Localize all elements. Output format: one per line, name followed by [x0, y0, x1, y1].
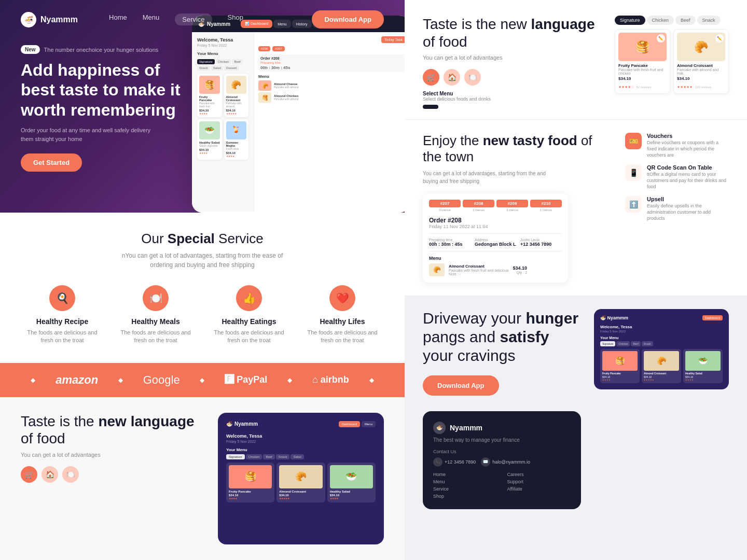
- bottom-filter-salad[interactable]: Salad: [290, 454, 303, 459]
- service-card-meals: 🍽️ Healthy Meals The foods are delicious…: [114, 285, 197, 345]
- qr-desc: ttOffer a digital menu card to your cust…: [647, 172, 729, 190]
- driveway-filter-signature[interactable]: Signature: [600, 341, 615, 346]
- food-tab-chicken[interactable]: Chicken: [647, 16, 674, 25]
- download-app-button[interactable]: Download App: [312, 10, 384, 29]
- bottom-subtitle: You can get a lot of advantages: [21, 452, 202, 458]
- tracker-food-img-1: 🥐: [429, 263, 445, 276]
- bottom-filter-snack[interactable]: Snack: [276, 454, 290, 459]
- qr-info: QR Code Scan On Table ttOffer a digital …: [647, 164, 729, 190]
- meals-name: Healthy Meals: [131, 317, 179, 326]
- nav-service[interactable]: Service: [175, 13, 212, 25]
- bottom-icons: 🛒 🏠 🍽️: [21, 466, 202, 483]
- tracker-food-name: Almond Croissant: [449, 264, 509, 269]
- food-desc-sm-pancake: Pancake with fresh fruit and chicken: [618, 68, 667, 75]
- tracker-food-desc: Pancake with fresh fruit and delicious: [449, 269, 509, 272]
- driveway-food-card-2: 🥐 Almond Croissant $34.10 ★★★★★: [642, 349, 681, 383]
- food-tab-signature[interactable]: Signature: [615, 16, 645, 25]
- order-step-210: #210 1 menus: [530, 200, 562, 212]
- nav-shop[interactable]: Shop: [228, 13, 243, 25]
- diamond-3: ◆: [200, 376, 204, 384]
- footer-links: Home Careers Menu Support Service Affili…: [433, 472, 571, 499]
- detail-address-label: Address: [475, 238, 516, 242]
- food-stars-sm-croissant: ★★★★★: [677, 85, 693, 89]
- enjoy-subtitle: You can get a lot of advantages, startin…: [423, 170, 547, 185]
- lang-left: Taste is the new language of food You ca…: [423, 16, 599, 109]
- lang-icon-2: 🏠: [444, 69, 460, 86]
- lang-icons: 🛒 🏠 🍽️: [423, 69, 599, 86]
- eatings-icon: 👍: [236, 285, 262, 311]
- tracker-food-price-qty: $34.10 Qty : 2: [513, 265, 528, 274]
- lang-icon-3: 🍽️: [464, 69, 481, 86]
- footer-link-service[interactable]: Service: [433, 486, 497, 492]
- bottom-title: Taste is the new language of food: [21, 413, 202, 447]
- food-img-sm-pancake: 🥞 ✏️: [618, 33, 667, 61]
- driveway-food-img-2: 🥐: [644, 351, 679, 371]
- food-card-sm-pancake: 🥞 ✏️ Fruity Pancake Pancake with fresh f…: [615, 29, 670, 94]
- bottom-filter-beef[interactable]: Beef: [263, 454, 274, 459]
- left-panel: 🍜 Nyammm Home Menu Service Shop Download…: [0, 0, 405, 560]
- bottom-icon-2: 🏠: [42, 466, 58, 483]
- footer-link-support[interactable]: Support: [507, 479, 571, 484]
- food-tab-snack[interactable]: Snack: [697, 16, 721, 25]
- recipe-name: Healthy Recipe: [36, 317, 88, 326]
- upsell-icon: ⬆️: [625, 196, 642, 213]
- order-tracker-title: Order #208: [429, 217, 562, 224]
- food-price-sm-croissant: $34.10: [677, 76, 725, 81]
- driveway-filter-chicken[interactable]: Chicken: [616, 341, 630, 346]
- hero-badge: New The number onechoice your hunger sol…: [21, 45, 158, 54]
- edit-icon-pancake[interactable]: ✏️: [657, 34, 665, 43]
- food-cards-right: Signature Chicken Beef Snack 🥞 ✏️ Fruity…: [615, 16, 729, 109]
- bottom-app-header: 🍜 Nyammm Dashboard Menu: [226, 421, 376, 427]
- food-name-sm-pancake: Fruity Pancake: [618, 63, 667, 68]
- enjoy-left: Enjoy the new tasty food of the town You…: [423, 133, 610, 282]
- top-right-section: Taste is the new language of food You ca…: [405, 0, 747, 120]
- badge-text: The number onechoice your hunger solutio…: [44, 47, 159, 53]
- food-reviews-sm-croissant: 139 reviews: [695, 86, 711, 89]
- nav-home[interactable]: Home: [109, 13, 127, 25]
- bottom-filter-signature[interactable]: Signature: [226, 454, 245, 459]
- lifes-icon: ❤️: [329, 285, 355, 311]
- vouchers-info: Vouchers Define vouchers or coupons with…: [647, 133, 729, 158]
- order-tracker-info: Order #208 Friday 11 Nov 2022 at 11:04: [429, 217, 562, 229]
- recipe-desc: The foods are delicious and fresh on the…: [21, 329, 104, 345]
- bottom-tab-active[interactable]: Dashboard: [339, 421, 360, 427]
- brand-amazon: amazon: [56, 373, 98, 387]
- driveway-filter-beef[interactable]: Beef: [631, 341, 640, 346]
- driveway-app-mockup: 🍜 Nyammm Dashboard Welcome, Tessa Friday…: [594, 309, 729, 389]
- lang-title: Taste is the new language of food: [423, 16, 599, 50]
- footer-link-home[interactable]: Home: [433, 472, 497, 477]
- order-tracker-details: Preparing time 00h : 30m : 45s Address G…: [429, 233, 562, 251]
- bottom-tab-menu[interactable]: Menu: [362, 421, 376, 427]
- detail-preparing: Preparing time 00h : 30m : 45s: [429, 238, 471, 247]
- menu-label-tracker: Menu: [429, 256, 562, 261]
- driveway-download-btn[interactable]: Download App: [423, 375, 499, 396]
- food-tab-beef[interactable]: Beef: [675, 16, 696, 25]
- feature-upsell: ⬆️ Upsell Easily define upsells in the a…: [625, 196, 729, 221]
- nav-menu[interactable]: Menu: [143, 13, 160, 25]
- bottom-filter-chicken[interactable]: Chicken: [246, 454, 262, 459]
- diamond-2: ◆: [118, 376, 123, 384]
- bottom-menu-label: Your Menu: [226, 447, 376, 452]
- bottom-food-card-2: 🥐 Almond Croissant $34.10 ★★★★★: [276, 463, 325, 502]
- footer-link-careers[interactable]: Careers: [507, 472, 571, 477]
- upsell-name: Upsell: [647, 196, 729, 202]
- edit-icon-croissant[interactable]: ✏️: [715, 34, 724, 43]
- tracker-price: $34.10: [513, 265, 528, 271]
- bottom-icon-1: 🛒: [21, 466, 37, 483]
- tracker-food-note: Note : -: [449, 272, 509, 276]
- order-tracker-steps: #207 3 menus #208 3 menus #209 3 menus #…: [429, 200, 562, 212]
- footer-link-affiliate[interactable]: Affiliate: [507, 486, 571, 492]
- lang-icon-1: 🛒: [423, 69, 439, 86]
- footer-email: ✉️ halo@nyammm.io: [481, 457, 530, 467]
- footer-link-menu[interactable]: Menu: [433, 479, 497, 484]
- get-started-button[interactable]: Get Started: [21, 153, 82, 172]
- brand-google: Google: [143, 373, 180, 387]
- driveway-date: Friday 5 Nov 2022: [600, 330, 723, 333]
- eatings-desc: The foods are delicious and fresh on the…: [208, 329, 290, 345]
- footer-link-shop[interactable]: Shop: [433, 494, 497, 499]
- detail-address-value: Gedongan Block L: [475, 242, 516, 247]
- order-tracker-date: Friday 11 Nov 2022 at 11:04: [429, 224, 562, 229]
- driveway-filter-snack[interactable]: Snack: [642, 341, 653, 346]
- driveway-food-card-3: 🥗 Healthy Salad $34.10 ★★★★: [683, 349, 723, 383]
- step-time-210: 1 menus: [530, 208, 562, 212]
